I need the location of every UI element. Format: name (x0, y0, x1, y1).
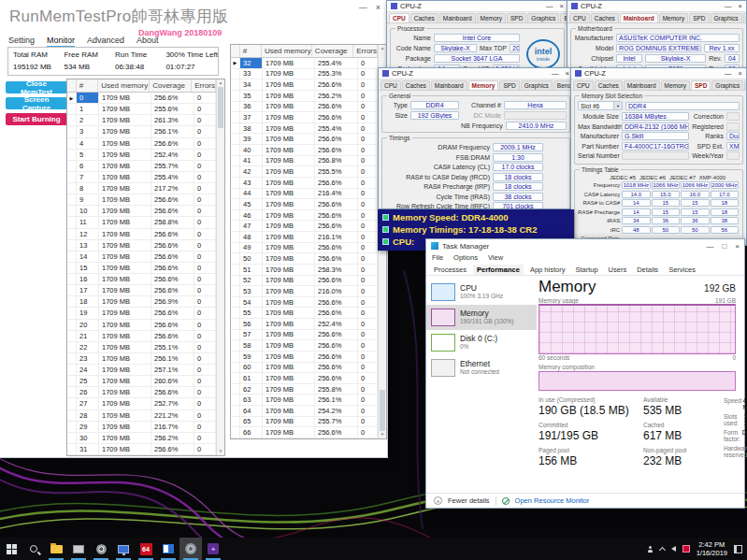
start-burning-button[interactable]: Start Burning (6, 113, 67, 125)
table-row[interactable]: 53 1709 MB 216.0% 0 (231, 286, 378, 297)
table-row[interactable]: 62 1709 MB 255.8% 0 (231, 384, 378, 395)
taskbar-icon-file-explorer[interactable] (45, 538, 67, 560)
close-icon[interactable]: × (376, 3, 381, 12)
fewer-details-button[interactable]: Fewer details (448, 496, 490, 505)
table-row[interactable]: 3 1709 MB 256.1% 0 (67, 126, 216, 137)
table-row[interactable]: 50 1709 MB 256.6% 0 (231, 253, 378, 265)
cpuz-tab[interactable]: CPU (569, 13, 590, 22)
cpuz-tab[interactable]: CPU (381, 80, 401, 90)
tab[interactable]: App history (526, 265, 569, 275)
tab[interactable]: Performance (473, 265, 524, 275)
tab[interactable]: Processes (430, 265, 470, 275)
cpuz-tab[interactable]: Graphics (521, 80, 553, 90)
search-button[interactable] (22, 538, 45, 560)
cpuz-tab[interactable]: Bench (743, 13, 746, 22)
table-row[interactable]: 61 1709 MB 256.6% 0 (231, 373, 378, 384)
sidebar-item-memory[interactable]: Memory 190/191 GB (100%) (426, 305, 537, 330)
window-titlebar[interactable]: Task Manager — □ × (426, 239, 744, 252)
table-row[interactable]: 5 1709 MB 252.4% 0 (67, 150, 216, 161)
notification-center-icon[interactable] (734, 545, 742, 553)
table-row[interactable]: 12 1709 MB 256.6% 0 (67, 229, 216, 240)
close-icon[interactable]: × (735, 242, 740, 251)
cpuz-tab[interactable]: CPU (573, 80, 594, 90)
table-row[interactable]: 11 1709 MB 258.8% 0 (67, 217, 216, 228)
table-row[interactable]: 0 1709 MB 256.6% 0 (67, 93, 216, 104)
cpuz-tab[interactable]: Mainboard (620, 13, 658, 22)
window-titlebar[interactable]: CPU-Z — × (567, 1, 746, 12)
volume-icon[interactable] (671, 546, 676, 552)
minimize-icon[interactable]: — (706, 242, 713, 251)
table-row[interactable]: 6 1709 MB 255.7% 0 (67, 161, 216, 172)
table-row[interactable]: 2 1709 MB 261.3% 0 (67, 115, 216, 126)
start-button[interactable] (0, 538, 22, 560)
table-row[interactable]: 54 1709 MB 256.6% 0 (231, 297, 378, 309)
table-row[interactable]: 52 1709 MB 256.6% 0 (231, 276, 378, 287)
screen-capture-button[interactable]: Screen Capture (6, 97, 67, 109)
minimize-icon[interactable]: — (552, 69, 559, 78)
taskbar-icon-disc-app[interactable] (90, 538, 112, 560)
cpuz-tab[interactable]: Caches (595, 80, 623, 90)
table-row[interactable]: 9 1709 MB 256.6% 0 (67, 194, 216, 206)
table-row[interactable]: 47 1709 MB 256.6% 0 (231, 221, 378, 232)
table-row[interactable]: 49 1709 MB 256.6% 0 (231, 243, 378, 254)
minimize-icon[interactable]: — (359, 3, 367, 12)
table-row[interactable]: 40 1709 MB 256.6% 0 (231, 145, 378, 156)
cpuz-tab[interactable]: Memory (477, 13, 506, 22)
table-row[interactable]: 59 1709 MB 256.6% 0 (231, 352, 378, 363)
sidebar-item-disk[interactable]: Disk 0 (C:) 0% (426, 330, 537, 355)
taskbar-icon-purple-app[interactable]: + (202, 538, 224, 560)
close-icon[interactable]: × (560, 2, 564, 10)
table-row[interactable]: 44 1709 MB 216.4% 0 (231, 189, 378, 200)
sidebar-item-ethernet[interactable]: Ethernet Not connected (426, 355, 537, 381)
table-row[interactable]: 18 1709 MB 256.9% 0 (67, 296, 216, 308)
tray-app-icon[interactable] (682, 545, 690, 553)
table-row[interactable]: 63 1709 MB 256.1% 0 (231, 395, 378, 406)
cpuz-tab[interactable]: Mainboard (439, 13, 476, 22)
scroll-up-icon[interactable]: ▲ (219, 79, 223, 87)
table-row[interactable]: 15 1709 MB 256.6% 0 (67, 263, 216, 274)
tab[interactable]: Details (633, 265, 662, 275)
scroll-thumb[interactable] (380, 390, 385, 431)
table-row[interactable]: 58 1709 MB 256.6% 0 (231, 340, 378, 352)
table-row[interactable]: 57 1709 MB 256.6% 0 (231, 330, 378, 341)
close-icon[interactable]: × (739, 69, 742, 78)
taskbar-icon-memtest64[interactable]: 64 (135, 538, 157, 560)
window-titlebar[interactable]: CPU-Z — × (571, 68, 746, 79)
table-row[interactable]: 33 1709 MB 255.3% 0 (231, 69, 378, 80)
cpuz-tab[interactable]: Memory (659, 13, 688, 22)
table-row[interactable]: 21 1709 MB 256.6% 0 (67, 331, 216, 342)
cpuz-tab[interactable]: Graphics (527, 13, 559, 22)
tab[interactable]: Startup (571, 265, 601, 275)
sidebar-item-cpu[interactable]: CPU 100% 3.19 GHz (426, 280, 537, 305)
tray-chevron-up-icon[interactable] (660, 546, 665, 553)
table-row[interactable]: 60 1709 MB 256.6% 0 (231, 363, 378, 374)
table-row[interactable]: 26 1709 MB 256.6% 0 (67, 387, 216, 398)
cpuz-tab[interactable]: SPD (499, 80, 519, 90)
minimize-icon[interactable]: — (725, 69, 732, 78)
table-row[interactable]: 64 1709 MB 254.2% 0 (231, 406, 378, 417)
slot-select[interactable]: Slot #6 ▼ (578, 101, 623, 110)
menu-item[interactable]: File (432, 253, 443, 262)
cpuz-tab[interactable]: Graphics (711, 13, 742, 22)
table-row[interactable]: 8 1709 MB 217.2% 0 (67, 183, 216, 194)
taskbar-icon-active-app[interactable] (180, 538, 202, 560)
table-row[interactable]: 34 1709 MB 256.6% 0 (231, 79, 378, 91)
table-row[interactable]: 27 1709 MB 252.7% 0 (67, 398, 216, 409)
table-row[interactable]: 55 1709 MB 256.6% 0 (231, 308, 378, 319)
scroll-down-icon[interactable]: ▼ (381, 431, 384, 438)
table-row[interactable]: 42 1709 MB 255.5% 0 (231, 166, 378, 178)
cpuz-tab[interactable]: CPU (389, 13, 409, 22)
cpuz-tab[interactable]: Memory (468, 80, 499, 90)
table-row[interactable]: 25 1709 MB 260.6% 0 (67, 376, 216, 387)
scroll-down-icon[interactable]: ▼ (219, 448, 223, 455)
table-row[interactable]: 37 1709 MB 256.6% 0 (231, 112, 378, 123)
open-resource-monitor-link[interactable]: Open Resource Monitor (515, 496, 590, 505)
table-row[interactable]: 36 1709 MB 256.6% 0 (231, 102, 378, 113)
table-row[interactable]: 17 1709 MB 256.6% 0 (67, 285, 216, 296)
table-row[interactable]: 45 1709 MB 256.6% 0 (231, 199, 378, 210)
table-row[interactable]: 23 1709 MB 256.1% 0 (67, 353, 216, 365)
table-scrollbar[interactable]: ▲ ▼ (216, 79, 224, 455)
maximize-icon[interactable]: □ (722, 242, 726, 251)
menu-item[interactable]: Options (453, 253, 478, 262)
table-row[interactable]: 66 1709 MB 256.6% 0 (231, 427, 378, 438)
